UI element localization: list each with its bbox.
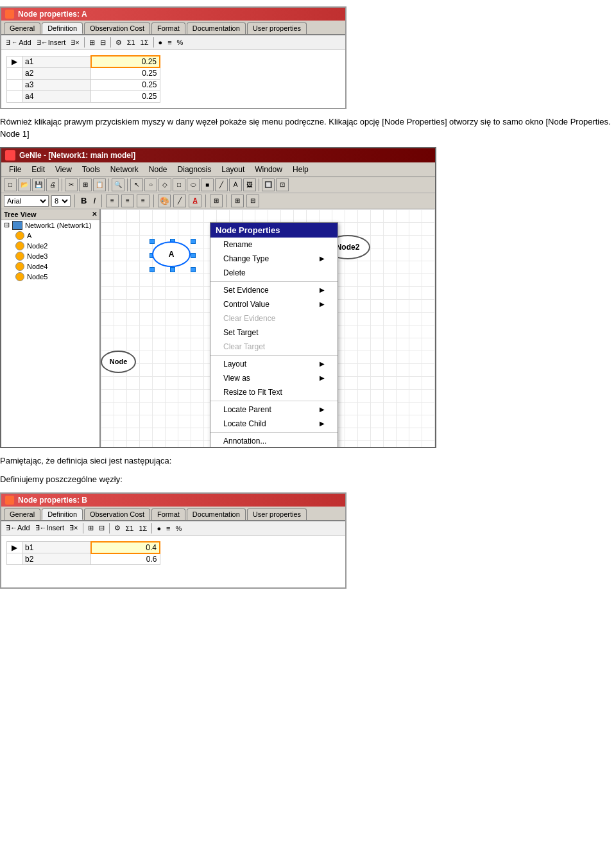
tab-definition[interactable]: Definition <box>42 22 83 34</box>
tree-close-button[interactable]: ✕ <box>92 211 97 218</box>
insert-button-b[interactable]: ∃←Insert <box>33 523 67 533</box>
tree-item-node5[interactable]: Node5 <box>1 272 99 282</box>
handle-b[interactable] <box>170 267 175 272</box>
cell-value[interactable]: 0.25 <box>91 91 160 102</box>
tab-observation-cost[interactable]: Observation Cost <box>84 22 150 34</box>
zoom-icon[interactable]: 🔲 <box>262 178 275 191</box>
grid-icon[interactable]: ⊞ <box>231 195 244 207</box>
menu-tools[interactable]: Tools <box>77 164 105 175</box>
handle-bl[interactable] <box>150 267 155 272</box>
cell-value[interactable]: 0.25 <box>91 67 160 79</box>
handle-br[interactable] <box>191 267 196 272</box>
menu-file[interactable]: File <box>4 164 26 175</box>
grid2-icon[interactable]: ⊟ <box>246 195 259 207</box>
oval-tool[interactable]: ⬭ <box>187 178 200 191</box>
save-icon[interactable]: 💾 <box>32 178 45 191</box>
border-icon[interactable]: ⊞ <box>210 195 223 207</box>
circle-button[interactable]: ● <box>157 38 165 47</box>
align-right-icon[interactable]: ≡ <box>137 195 150 207</box>
cm-item-locatechild[interactable]: Locate Child ▶ <box>210 417 338 431</box>
arrow-icon[interactable]: ↖ <box>130 178 143 191</box>
tab-b-definition[interactable]: Definition <box>42 508 83 520</box>
paste-icon[interactable]: 📋 <box>93 178 106 191</box>
bold-button[interactable]: B <box>79 196 89 205</box>
find-icon[interactable]: 🔍 <box>112 178 124 191</box>
menu-layout[interactable]: Layout <box>216 164 250 175</box>
handle-tl[interactable] <box>150 239 155 244</box>
sigma3-button-b[interactable]: 1Σ <box>137 524 149 533</box>
equals-button[interactable]: ≡ <box>166 38 173 47</box>
copy-button-b[interactable]: ⊞ <box>86 523 96 533</box>
cell-value[interactable]: 0.25 <box>91 56 160 67</box>
tree-item-a[interactable]: A <box>1 230 99 241</box>
menu-node[interactable]: Node <box>144 164 173 175</box>
rect-tool[interactable]: □ <box>173 178 185 191</box>
font-select[interactable]: Arial <box>4 195 49 207</box>
cm-item-layout[interactable]: Layout ▶ <box>210 357 338 371</box>
tree-item-node2[interactable]: Node2 <box>1 241 99 251</box>
equals-button-b[interactable]: ≡ <box>164 524 172 533</box>
add-button-b[interactable]: ∃←Add <box>4 523 32 533</box>
line-tool[interactable]: ╱ <box>215 178 228 191</box>
tab-b-observation-cost[interactable]: Observation Cost <box>84 508 150 520</box>
sigma3-button[interactable]: 1Σ <box>139 38 151 47</box>
tab-b-documentation[interactable]: Documentation <box>187 508 246 520</box>
menu-help[interactable]: Help <box>287 164 314 175</box>
canvas-area[interactable]: A Node2 Node Node Properties Rename Chan… <box>101 209 435 447</box>
text-color-icon[interactable]: A <box>189 195 201 207</box>
print-icon[interactable]: 🖨 <box>46 178 59 191</box>
italic-button[interactable]: I <box>91 196 98 205</box>
cm-item-setevidence[interactable]: Set Evidence ▶ <box>210 283 338 297</box>
cm-item-viewas[interactable]: View as ▶ <box>210 371 338 385</box>
tab-b-user-properties[interactable]: User properties <box>247 508 307 520</box>
paste-button[interactable]: ⊟ <box>98 38 108 48</box>
delete-button[interactable]: ∃× <box>69 38 81 48</box>
sigma-button[interactable]: ⚙ <box>114 38 124 48</box>
menu-edit[interactable]: Edit <box>26 164 50 175</box>
add-button[interactable]: ∃←Add <box>4 38 33 48</box>
cm-item-locateparent[interactable]: Locate Parent ▶ <box>210 403 338 417</box>
percent-button-b[interactable]: % <box>173 524 184 533</box>
cm-item-annotation[interactable]: Annotation... <box>210 434 338 447</box>
tab-user-properties[interactable]: User properties <box>247 22 307 34</box>
diamond-tool[interactable]: ◇ <box>158 178 171 191</box>
paste-button-b[interactable]: ⊟ <box>97 523 107 533</box>
cm-item-rename[interactable]: Rename <box>210 238 338 252</box>
circle-button-b[interactable]: ● <box>155 524 163 533</box>
tab-b-general[interactable]: General <box>4 508 40 520</box>
insert-button[interactable]: ∃←Insert <box>35 38 68 48</box>
cut-icon[interactable]: ✂ <box>65 178 78 191</box>
cell-value[interactable]: 0.25 <box>91 79 160 91</box>
fit-icon[interactable]: ⊡ <box>276 178 289 191</box>
menu-window[interactable]: Window <box>250 164 287 175</box>
tree-item-node3[interactable]: Node3 <box>1 251 99 261</box>
tab-general[interactable]: General <box>4 22 40 34</box>
text-tool[interactable]: A <box>229 178 242 191</box>
tree-item-node4[interactable]: Node4 <box>1 261 99 272</box>
sigma-button-b[interactable]: ⚙ <box>112 523 123 533</box>
sigma2-button-b[interactable]: Σ1 <box>124 524 136 533</box>
align-center-icon[interactable]: ≡ <box>121 195 134 207</box>
circle-tool[interactable]: ○ <box>144 178 157 191</box>
sigma2-button[interactable]: Σ1 <box>125 38 137 47</box>
cm-item-delete[interactable]: Delete <box>210 266 338 280</box>
tab-b-format[interactable]: Format <box>151 508 185 520</box>
tree-item-network[interactable]: ⊟ Network1 (Network1) <box>1 220 99 230</box>
cm-item-changetype[interactable]: Change Type ▶ <box>210 252 338 266</box>
delete-button-b[interactable]: ∃× <box>67 523 80 533</box>
cell-value-b2[interactable]: 0.6 <box>91 553 160 565</box>
node-a[interactable]: A <box>152 241 191 267</box>
align-left-icon[interactable]: ≡ <box>106 195 119 207</box>
image-tool[interactable]: 🖼 <box>243 178 256 191</box>
handle-tr[interactable] <box>191 239 196 244</box>
font-size-select[interactable]: 8 <box>51 195 71 207</box>
node-3[interactable]: Node <box>101 351 136 373</box>
cm-item-controlvalue[interactable]: Control Value ▶ <box>210 297 338 311</box>
tab-documentation[interactable]: Documentation <box>187 22 246 34</box>
new-icon[interactable]: □ <box>4 178 17 191</box>
cm-item-resizetofittext[interactable]: Resize to Fit Text <box>210 385 338 399</box>
color-fill-icon[interactable]: 🎨 <box>158 195 171 207</box>
percent-button[interactable]: % <box>175 38 185 47</box>
menu-network[interactable]: Network <box>105 164 144 175</box>
copy-icon[interactable]: ⊞ <box>79 178 92 191</box>
